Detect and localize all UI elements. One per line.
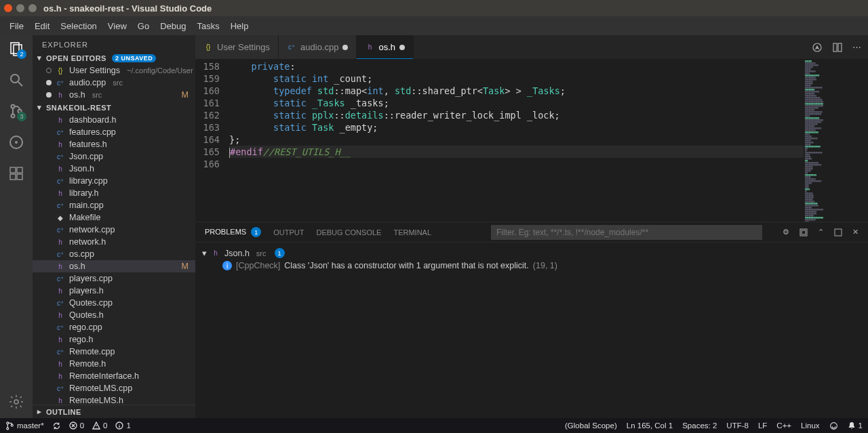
- file-name: Quotes.cpp: [69, 298, 113, 308]
- file-item[interactable]: h dashboard.h: [33, 114, 195, 126]
- status-language[interactable]: C++: [776, 421, 791, 430]
- menu-selection[interactable]: Selection: [55, 18, 102, 34]
- file-item[interactable]: c⁺ Json.cpp: [33, 150, 195, 163]
- status-feedback-icon[interactable]: [829, 421, 838, 430]
- open-editor-item[interactable]: {} User Settings ~/.config/Code/User: [33, 64, 195, 77]
- file-item[interactable]: h rego.h: [33, 333, 195, 346]
- window-minimize-button[interactable]: [16, 4, 24, 12]
- status-sync[interactable]: [52, 421, 61, 430]
- split-editor-icon[interactable]: [832, 42, 843, 53]
- cpp-file-icon: c⁺: [56, 78, 65, 87]
- status-spaces[interactable]: Spaces: 2: [682, 421, 717, 430]
- chevron-up-icon[interactable]: ⌃: [818, 228, 824, 237]
- window-maximize-button[interactable]: [28, 4, 37, 12]
- problems-file-row[interactable]: ▾ h Json.h src 1: [202, 247, 861, 260]
- settings-gear-icon[interactable]: [8, 394, 24, 410]
- debug-icon[interactable]: [8, 134, 24, 150]
- file-item[interactable]: c⁺ rego.cpp: [33, 321, 195, 333]
- file-item[interactable]: h Remote.h: [33, 358, 195, 370]
- explorer-icon[interactable]: 2: [8, 41, 24, 57]
- panel-tab-debug-console[interactable]: DEBUG CONSOLE: [316, 228, 381, 236]
- close-panel-icon[interactable]: ✕: [852, 228, 859, 237]
- menu-help[interactable]: Help: [225, 18, 254, 34]
- file-item[interactable]: h RemoteInterface.h: [33, 370, 195, 382]
- scm-badge: 3: [17, 112, 26, 121]
- window-title: os.h - snakeoil-rest - Visual Studio Cod…: [43, 3, 212, 14]
- editor-tab[interactable]: {} User Settings: [195, 35, 279, 59]
- open-editor-label: os.h: [69, 90, 85, 100]
- file-item[interactable]: h features.h: [33, 138, 195, 150]
- menu-edit[interactable]: Edit: [29, 18, 55, 34]
- compass-icon[interactable]: [812, 42, 823, 53]
- outline-header[interactable]: ▸ OUTLINE: [33, 405, 195, 418]
- menu-file[interactable]: File: [4, 18, 29, 34]
- file-item[interactable]: c⁺ main.cpp: [33, 199, 195, 211]
- problem-item[interactable]: i [CppCheck] Class 'Json' has a construc…: [202, 260, 861, 272]
- panel-tab-terminal[interactable]: TERMINAL: [393, 228, 431, 236]
- problems-filter-input[interactable]: [491, 225, 762, 240]
- menu-view[interactable]: View: [102, 18, 132, 34]
- file-item[interactable]: c⁺ os.cpp: [33, 248, 195, 260]
- file-name: rego.h: [69, 335, 93, 344]
- file-item[interactable]: c⁺ Remote.cpp: [33, 346, 195, 358]
- more-icon[interactable]: ⋯: [852, 42, 861, 52]
- collapse-all-icon[interactable]: [799, 228, 808, 237]
- status-eol[interactable]: LF: [758, 421, 767, 430]
- status-errors[interactable]: 0: [69, 421, 84, 430]
- panel-tab-problems[interactable]: PROBLEMS 1: [205, 227, 261, 237]
- svg-rect-15: [833, 43, 837, 51]
- file-tree[interactable]: h dashboard.h c⁺ features.cpp h features…: [33, 114, 195, 405]
- file-name: Json.cpp: [69, 152, 103, 161]
- problem-message: Class 'Json' has a constructor with 1 ar…: [284, 261, 529, 270]
- file-item[interactable]: ◆ Makefile: [33, 211, 195, 224]
- status-notifications[interactable]: 1: [848, 421, 863, 430]
- file-item[interactable]: h Json.h: [33, 163, 195, 175]
- open-editors-header[interactable]: ▾ OPEN EDITORS 2 UNSAVED: [33, 51, 195, 64]
- window-close-button[interactable]: [4, 4, 12, 12]
- file-item[interactable]: c⁺ network.cpp: [33, 224, 195, 236]
- panel-tab-output[interactable]: OUTPUT: [273, 228, 304, 236]
- file-name: Remote.h: [69, 359, 106, 369]
- file-item[interactable]: h network.h: [33, 236, 195, 248]
- editor-tab[interactable]: c⁺ audio.cpp: [279, 35, 357, 59]
- file-item[interactable]: h library.h: [33, 187, 195, 199]
- menu-tasks[interactable]: Tasks: [191, 18, 224, 34]
- code-editor[interactable]: 158159160161162163164165166 private: sta…: [195, 59, 804, 222]
- open-editor-item[interactable]: c⁺ audio.cpp src: [33, 77, 195, 89]
- file-item[interactable]: c⁺ features.cpp: [33, 126, 195, 138]
- open-editor-item[interactable]: h os.h src M: [33, 89, 195, 101]
- status-scope[interactable]: (Global Scope): [565, 421, 617, 430]
- search-icon[interactable]: [8, 72, 24, 88]
- source-control-icon[interactable]: 3: [8, 103, 24, 119]
- file-item[interactable]: h players.h: [33, 285, 195, 297]
- file-item[interactable]: h RemoteLMS.h: [33, 394, 195, 405]
- menu-debug[interactable]: Debug: [155, 18, 191, 34]
- file-item[interactable]: c⁺ players.cpp: [33, 272, 195, 285]
- filter-settings-icon[interactable]: ⚙: [783, 228, 789, 237]
- open-editors-label: OPEN EDITORS: [46, 54, 106, 62]
- svg-rect-12: [17, 174, 22, 180]
- status-info[interactable]: 1: [115, 421, 130, 430]
- status-warnings[interactable]: 0: [92, 421, 107, 430]
- status-branch[interactable]: master*: [5, 421, 44, 430]
- workspace-header[interactable]: ▾ SNAKEOIL-REST: [33, 101, 195, 114]
- file-name: dashboard.h: [69, 115, 117, 125]
- file-name: features.cpp: [69, 127, 116, 137]
- editor-tab[interactable]: h os.h: [357, 35, 414, 59]
- minimap[interactable]: ████████████████████████████████████████…: [804, 59, 868, 222]
- file-item[interactable]: h os.h M: [33, 260, 195, 272]
- file-item[interactable]: c⁺ Quotes.cpp: [33, 297, 195, 309]
- status-os[interactable]: Linux: [801, 421, 820, 430]
- menu-go[interactable]: Go: [132, 18, 155, 34]
- file-item[interactable]: h Quotes.h: [33, 309, 195, 321]
- file-item[interactable]: c⁺ library.cpp: [33, 175, 195, 187]
- file-item[interactable]: c⁺ RemoteLMS.cpp: [33, 382, 195, 394]
- tab-label: os.h: [378, 42, 395, 52]
- cpp-file-icon: c⁺: [56, 384, 65, 393]
- maximize-panel-icon[interactable]: [833, 228, 843, 237]
- extensions-icon[interactable]: [8, 165, 24, 182]
- status-encoding[interactable]: UTF-8: [726, 421, 749, 430]
- status-position[interactable]: Ln 165, Col 1: [627, 421, 673, 430]
- chevron-down-icon: ▾: [202, 248, 207, 258]
- svg-rect-10: [17, 167, 22, 173]
